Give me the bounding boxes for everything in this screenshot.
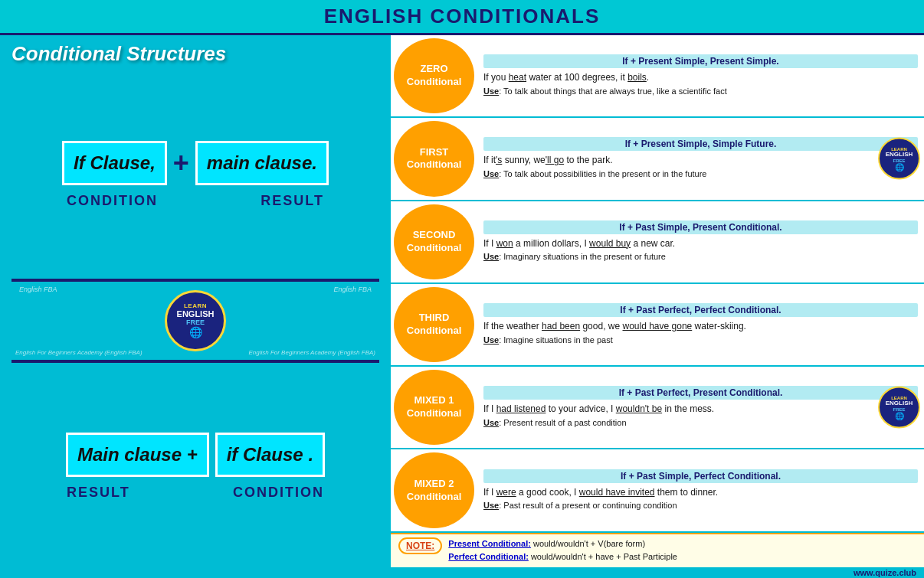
first-use: Use: To talk about possibilities in the … [483,168,918,180]
first-logo: LEARN ENGLISH FREE 🌐 [878,138,920,180]
mixed2-use: Use: Past result of a present or continu… [483,500,918,511]
mixed2-content: If + Past Simple, Perfect Conditional. I… [477,449,924,531]
zero-badge-line2: Conditional [407,76,462,89]
second-badge: SECOND Conditional [394,204,474,279]
mixed1-conditional-row: MIXED 1 Conditional If + Past Perfect, P… [391,367,924,449]
mixed2-badge-line1: MIXED 2 [407,478,462,491]
note-line2-text: would/wouldn't + have + Past Participle [529,552,677,561]
main-clause-box: main clause. [195,141,329,185]
logo-english: ENGLISH [177,309,215,318]
third-example: If the weather had been good, we would h… [483,320,918,333]
footer: www.quize.club [391,567,924,578]
mixed1-logo: LEARN ENGLISH FREE 🌐 [878,387,920,429]
note-line1-label: Present Conditional: [448,539,531,548]
note-line1-text: would/wouldn't + V(bare form) [531,539,645,548]
mixed2-badge: MIXED 2 Conditional [394,452,474,527]
note-badge: NOTE: [398,537,442,554]
condition-label-top: CONDITION [67,193,158,209]
mixed2-example: If I were a good cook, I would have invi… [483,486,918,499]
logo-free: FREE [186,318,205,326]
condition-label-bottom: CONDITION [233,485,324,501]
second-content: If + Past Simple, Present Conditional. I… [477,201,924,282]
note-line2-label: Perfect Conditional: [448,552,529,561]
first-badge: FIRST Conditional [394,121,474,196]
note-row: NOTE: Present Conditional: would/wouldn'… [391,533,924,567]
third-formula: If + Past Perfect, Perfect Conditional. [483,303,918,317]
header-title: ENGLISH CONDITIONALS [324,5,601,28]
zero-badge: ZERO Conditional [394,38,474,113]
if-clause-bottom: if Clause . [215,433,325,477]
second-example: If I won a million dollars, I would buy … [483,237,918,250]
first-badge-line2: Conditional [407,158,462,171]
result-label-bottom: RESULT [67,485,130,501]
second-formula: If + Past Simple, Present Conditional. [483,220,918,234]
zero-formula: If + Present Simple, Present Simple. [483,54,918,68]
watermark-tr: English FBA [333,286,372,293]
left-panel: Conditional Structures If Clause, + main… [0,35,391,578]
second-badge-line1: SECOND [407,229,462,242]
zero-use: Use: To talk about things that are alway… [483,86,918,97]
third-conditional-row: THIRD Conditional If + Past Perfect, Per… [391,284,924,367]
mixed1-content: If + Past Perfect, Present Conditional. … [477,367,924,448]
plus-sign-top: + [173,147,189,179]
mixed1-formula: If + Past Perfect, Present Conditional. [483,386,918,400]
right-panel: ZERO Conditional If + Present Simple, Pr… [391,35,924,578]
third-badge-line2: Conditional [407,325,462,338]
mixed2-formula: If + Past Simple, Perfect Conditional. [483,469,918,483]
mixed2-badge-line2: Conditional [407,491,462,504]
first-badge-line1: FIRST [407,146,462,159]
center-logo: LEARN ENGLISH FREE 🌐 [165,290,226,351]
third-use: Use: Imagine situations in the past [483,335,918,346]
watermark-tl: English FBA [19,286,57,293]
left-title: Conditional Structures [11,43,379,65]
second-conditional-row: SECOND Conditional If + Past Simple, Pre… [391,201,924,284]
third-badge-line1: THIRD [407,312,462,325]
mixed1-example: If I had listened to your advice, I woul… [483,403,918,416]
logo-learn: LEARN [184,302,207,309]
mixed1-badge-line1: MIXED 1 [407,394,462,407]
mixed1-badge: MIXED 1 Conditional [394,370,474,445]
third-content: If + Past Perfect, Perfect Conditional. … [477,284,924,365]
watermark-br: English For Beginners Academy (English F… [248,349,375,356]
zero-example: If you heat water at 100 degrees, it boi… [483,71,918,84]
note-content: Present Conditional: would/wouldn't + V(… [448,537,677,564]
first-formula: If + Present Simple, Simple Future. [483,137,918,151]
mixed1-use: Use: Present result of a past condition [483,417,918,429]
mixed1-badge-line2: Conditional [407,407,462,420]
bottom-formula: Main clause + if Clause . RESULT CONDITI… [11,363,379,570]
third-badge: THIRD Conditional [394,287,474,362]
top-formula: If Clause, + main clause. CONDITION RESU… [11,71,379,279]
first-conditional-row: FIRST Conditional If + Present Simple, S… [391,118,924,201]
main-clause-bottom: Main clause + [66,433,209,477]
second-badge-line2: Conditional [407,242,462,255]
left-title-container: Conditional Structures [11,43,379,65]
second-use: Use: Imaginary situations in the present… [483,251,918,263]
result-label-top: RESULT [260,193,324,209]
header: ENGLISH CONDITIONALS [0,0,924,35]
watermark-bl: English For Beginners Academy (English F… [15,349,143,356]
first-example: If it's sunny, we'll go to the park. [483,154,918,167]
first-content: If + Present Simple, Simple Future. If i… [477,118,924,199]
if-clause-box: If Clause, [62,141,167,185]
website-url: www.quize.club [854,568,916,577]
zero-badge-line1: ZERO [407,63,462,76]
mixed2-conditional-row: MIXED 2 Conditional If + Past Simple, Pe… [391,449,924,532]
zero-content: If + Present Simple, Present Simple. If … [477,35,924,116]
zero-conditional-row: ZERO Conditional If + Present Simple, Pr… [391,35,924,118]
